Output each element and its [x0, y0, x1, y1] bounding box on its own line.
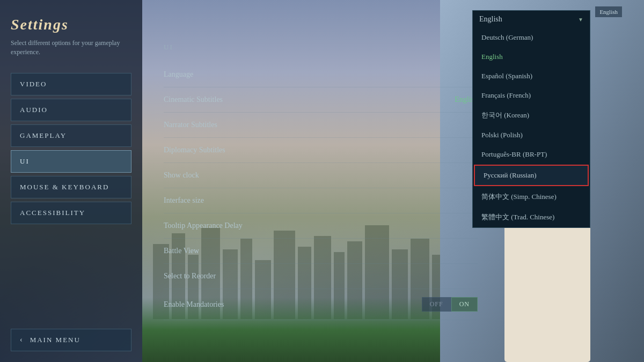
- toggle-on[interactable]: ON: [451, 297, 478, 312]
- sidebar: Settings Select different options for yo…: [0, 0, 142, 362]
- language-selected-text: English: [479, 15, 574, 24]
- interface-size-setting: Interface size: [164, 188, 478, 213]
- select-reorder-label: Select to Reorder: [164, 272, 216, 280]
- main-menu-button[interactable]: ‹ Main Menu: [11, 329, 131, 351]
- select-reorder-setting: Select to Reorder: [164, 264, 478, 289]
- enable-mandatories-toggle[interactable]: OFF ON: [422, 297, 478, 312]
- nav-audio[interactable]: Audio: [11, 99, 131, 121]
- dropdown-item-espanol[interactable]: Español (Spanish): [473, 67, 590, 86]
- enable-mandatories-label: Enable Mandatories: [164, 300, 224, 309]
- narrator-subtitles-label: Narrator Subtitles: [164, 121, 217, 129]
- dropdown-item-korean[interactable]: 한국어 (Korean): [473, 105, 590, 125]
- dropdown-item-english[interactable]: English: [473, 47, 590, 67]
- narrator-subtitles-setting: Narrator Subtitles: [164, 113, 478, 138]
- nav-mouse-keyboard[interactable]: Mouse & Keyboard: [11, 176, 131, 198]
- settings-list: Language English ▼ English Deutsch (Germ…: [164, 62, 478, 320]
- toggle-off[interactable]: OFF: [422, 297, 451, 312]
- show-clock-setting: Show clock: [164, 163, 478, 188]
- nav-gameplay[interactable]: Gameplay: [11, 124, 131, 147]
- main-menu-label: Main Menu: [30, 336, 80, 344]
- show-clock-label: Show clock: [164, 171, 199, 180]
- page-title: Settings: [11, 16, 131, 33]
- section-label: UI: [164, 43, 478, 51]
- tooltip-delay-setting: Tooltip Appearance Delay: [164, 213, 478, 239]
- nav-accessibility[interactable]: Accessibility: [11, 202, 131, 224]
- page-subtitle: Select different options for your gamepl…: [11, 39, 131, 57]
- dropdown-arrow-icon: ▼: [578, 17, 583, 23]
- cinematic-subtitles-setting: Cinematic Subtitles English: [164, 87, 478, 113]
- dropdown-item-portugues[interactable]: Português-BR (BR-PT): [473, 145, 590, 164]
- diplomacy-subtitles-label: Diplomacy Subtitles: [164, 146, 225, 154]
- nav-ui[interactable]: UI: [11, 150, 131, 173]
- battle-view-setting: Battle View: [164, 239, 478, 264]
- interface-size-label: Interface size: [164, 196, 204, 205]
- enable-mandatories-setting: Enable Mandatories OFF ON: [164, 289, 478, 320]
- language-dropdown[interactable]: English ▼ English Deutsch (German) Engli…: [472, 10, 590, 228]
- language-selected-row: English ▼ English: [473, 11, 590, 28]
- dropdown-item-polski[interactable]: Polski (Polish): [473, 125, 590, 145]
- nav-video[interactable]: Video: [11, 73, 131, 95]
- tooltip-delay-label: Tooltip Appearance Delay: [164, 221, 243, 230]
- dropdown-item-deutsch[interactable]: Deutsch (German): [473, 28, 590, 47]
- dropdown-item-trad-chinese[interactable]: 繁體中文 (Trad. Chinese): [473, 207, 590, 227]
- diplomacy-subtitles-setting: Diplomacy Subtitles: [164, 138, 478, 163]
- language-label: Language: [164, 70, 193, 79]
- dropdown-item-russian[interactable]: Русский (Russian): [474, 165, 589, 186]
- nav-menu: Video Audio Gameplay UI Mouse & Keyboard…: [11, 73, 131, 224]
- back-arrow-icon: ‹: [20, 336, 24, 344]
- cinematic-subtitles-label: Cinematic Subtitles: [164, 95, 223, 104]
- dropdown-item-simp-chinese[interactable]: 简体中文 (Simp. Chinese): [473, 187, 590, 207]
- language-setting: Language English ▼ English Deutsch (Germ…: [164, 62, 478, 87]
- dropdown-item-francais[interactable]: Français (French): [473, 86, 590, 105]
- battle-view-label: Battle View: [164, 247, 199, 255]
- english-tooltip: English: [595, 6, 622, 17]
- main-content: UI Language English ▼ English Deutsch (G…: [142, 0, 494, 362]
